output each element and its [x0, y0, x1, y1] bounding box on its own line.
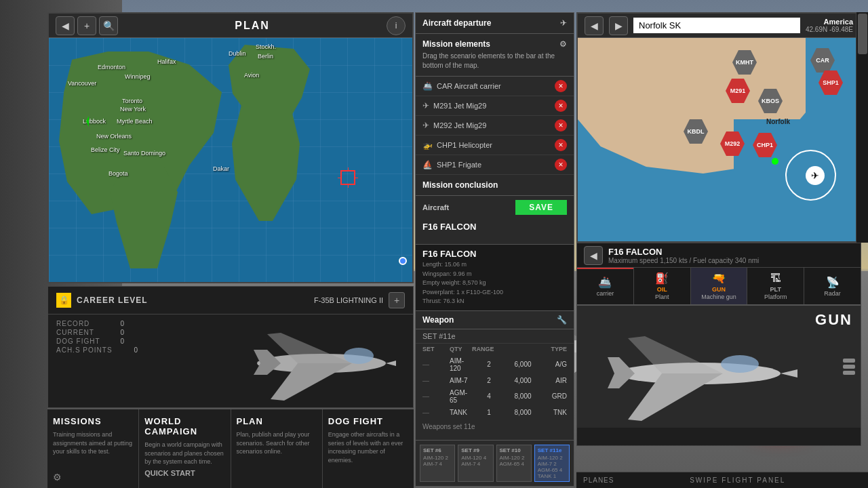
carrier-icon: 🚢	[422, 81, 433, 91]
mission-element-m291: ✈ M291 Jet Mig29 ×	[416, 96, 574, 116]
svg-marker-13	[386, 361, 396, 366]
remove-shp1-button[interactable]: ×	[555, 159, 567, 171]
mission-element-car-label: CAR Aircraft carrier	[437, 82, 501, 90]
weapon-set-note: Weapons set 11e	[416, 419, 574, 434]
career-nav-button[interactable]: +	[389, 292, 405, 308]
helicopter-icon: 🚁	[422, 140, 433, 150]
mission-elements-desc: Drag the scenario elements to the bar at…	[422, 52, 567, 70]
ammo-bullet-2	[843, 365, 855, 369]
aircraft-departure-title: Aircraft departure	[422, 18, 491, 28]
aircraft-position-marker: ✈	[806, 166, 825, 185]
scroll-thumb[interactable]	[858, 14, 867, 54]
oil-toolbar-icon: ⛽	[655, 272, 669, 285]
hex-kbdl[interactable]: KBDL	[684, 119, 708, 144]
menu-missions-title: MISSIONS	[53, 416, 133, 426]
weapon-row-aim120: — AIM-120 2 6,000 A/G	[416, 355, 574, 375]
plan-search-button[interactable]: 🔍	[99, 16, 118, 35]
tactical-map-view[interactable]: Norfolk KMHT CAR M291 KBOS SHP1 KBDL M29…	[578, 38, 860, 241]
save-button[interactable]: SAVE	[515, 200, 567, 215]
menu-item-missions[interactable]: MISSIONS Training missions and assignmen…	[47, 409, 139, 488]
menu-quickstart-label[interactable]: QUICK START	[144, 469, 224, 477]
mission-conclusion-title: Mission conclusion	[422, 180, 567, 190]
plan-add-button[interactable]: +	[77, 16, 96, 35]
bottom-status-bar: PLANES SWIPE FLIGHT PANEL	[576, 472, 868, 488]
mission-panel: Aircraft departure ✈ Mission elements ⚙ …	[415, 12, 574, 280]
plan-panel: ◀ + 🔍 PLAN i Vancouver Edmonton Winnipeg…	[47, 12, 414, 283]
weapon-set-9[interactable]: SET #9 AIM-120 4 AIM-7 4	[458, 445, 493, 482]
hex-kmht[interactable]: KMHT	[732, 50, 757, 75]
weapon-title: Weapon	[422, 315, 454, 325]
weapon-row-aim7: — AIM-7 2 4,000 AIR	[416, 375, 574, 387]
hex-m291[interactable]: M291	[726, 79, 750, 103]
career-stats: RECORD 0 CURRENT 0 DOG FIGHT 0 ACH.S POI…	[48, 314, 146, 359]
toolbar-gun[interactable]: 🔫 GUN Machine gun	[691, 268, 748, 304]
aircraft-departure-header: Aircraft departure ✈	[422, 18, 567, 28]
location-input[interactable]	[633, 18, 800, 33]
weapon-set-10[interactable]: SET #10 AIM-120 2 AGM-65 4	[496, 445, 532, 482]
remove-m291-button[interactable]: ×	[555, 100, 567, 112]
toolbar-oil[interactable]: ⛽ OIL Plant	[634, 268, 691, 304]
hex-m292[interactable]: M292	[720, 131, 745, 156]
svg-marker-18	[608, 357, 635, 373]
mission-elements-icon: ⚙	[559, 39, 567, 49]
weapon-set-11e[interactable]: SET #11e AIM-120 2 AIM-7 2 AGM-65 4 TANK…	[534, 445, 570, 482]
tactical-back-button[interactable]: ◀	[585, 16, 604, 35]
map-crosshair	[340, 170, 355, 185]
radar-toolbar-icon: 📡	[826, 276, 840, 289]
mission-element-m292-label: M292 Jet Mig29	[433, 121, 486, 129]
gear-icon: ⚙	[53, 472, 62, 483]
mission-element-shp1: ⛵ SHP1 Frigate ×	[416, 155, 574, 175]
tactical-forward-button[interactable]: ▶	[609, 16, 628, 35]
menu-item-world-campaign[interactable]: WORLD CAMPAIGN Begin a world campaign wi…	[139, 409, 231, 488]
remove-chp1-button[interactable]: ×	[555, 139, 567, 151]
toolbar-radar[interactable]: 📡 Radar	[804, 268, 861, 304]
menu-item-plan[interactable]: PLAN Plan, publish and play your scenari…	[231, 409, 323, 488]
tactical-coords-container: America 42.69N -69.48E	[806, 18, 853, 33]
weapon-column-headers: SET QTY RANGE TYPE	[416, 344, 574, 355]
hex-chp1[interactable]: CHP1	[753, 133, 777, 157]
remove-m292-button[interactable]: ×	[555, 119, 567, 131]
rp-back-button[interactable]: ◀	[584, 246, 603, 265]
career-level-icon: 🔒	[56, 293, 71, 308]
hex-car[interactable]: CAR	[810, 48, 835, 73]
swipe-text: SWIPE FLIGHT PANEL	[614, 476, 861, 484]
f35-preview	[243, 312, 399, 401]
career-title: CAREER LEVEL	[77, 296, 309, 305]
frigate-icon: ⛵	[422, 160, 433, 169]
plan-world-map[interactable]: Vancouver Edmonton Winnipeg Halifax Toro…	[49, 38, 412, 282]
oil-toolbar-label: Plant	[655, 293, 669, 300]
career-header: 🔒 CAREER LEVEL F-35B LIGHTNING II +	[48, 287, 413, 314]
hex-kbos[interactable]: KBOS	[758, 89, 783, 113]
mission-aircraft-text: Aircraft	[422, 203, 449, 211]
plan-header: ◀ + 🔍 PLAN i	[49, 14, 412, 38]
menu-dogfight-title: DOG FIGHT	[328, 416, 408, 426]
platform-toolbar-icon: 🏗	[770, 272, 781, 285]
ammo-bullet-3	[843, 371, 855, 375]
plan-info-button[interactable]: i	[387, 16, 406, 35]
platform-toolbar-label: Platform	[764, 293, 787, 300]
hex-shp1[interactable]: SHP1	[818, 70, 843, 95]
tactical-header: ◀ ▶ America 42.69N -69.48E	[578, 14, 860, 38]
side-scrollbar[interactable]	[856, 12, 868, 243]
right-panel: ◀ F16 FALCON Maximum speed 1,150 kts / F…	[576, 243, 861, 446]
remove-car-button[interactable]: ×	[555, 80, 567, 92]
weapon-row-agm65: — AGM-65 4 8,000 GRD	[416, 387, 574, 407]
toolbar-platform[interactable]: 🏗 PLT Platform	[747, 268, 804, 304]
aircraft-departure-icon: ✈	[560, 18, 567, 28]
mission-element-m292: ✈ M292 Jet Mig29 ×	[416, 116, 574, 136]
tactical-region: America	[806, 18, 853, 26]
menu-plan-desc: Plan, publish and play your scenarios. S…	[237, 430, 317, 456]
gun-toolbar-label: Machine gun	[701, 293, 736, 300]
weapon-row-tank: — TANK 1 8,000 TNK	[416, 407, 574, 419]
plan-back-button[interactable]: ◀	[56, 16, 75, 35]
rp-aircraft-specs: Maximum speed 1,150 kts / Fuel capacity …	[608, 257, 759, 264]
menu-item-dogfight[interactable]: DOG FIGHT Engage other aircrafts in a se…	[323, 409, 414, 488]
menu-worldcampaign-desc: Begin a world campaign with scenarios an…	[144, 441, 224, 466]
toolbar-carrier[interactable]: 🚢 carrier	[577, 268, 634, 304]
gun-tag: GUN	[712, 286, 726, 293]
aircraft-info-title: F16 FALCON	[422, 249, 567, 259]
career-panel: 🔒 CAREER LEVEL F-35B LIGHTNING II + RECO…	[47, 286, 414, 408]
weapon-set-6[interactable]: SET #6 AIM-120 2 AIM-7 4	[420, 445, 455, 482]
mission-aircraft-name: F16 FALCON	[416, 219, 574, 235]
weapon-section-header: Weapon 🔧	[416, 311, 574, 329]
